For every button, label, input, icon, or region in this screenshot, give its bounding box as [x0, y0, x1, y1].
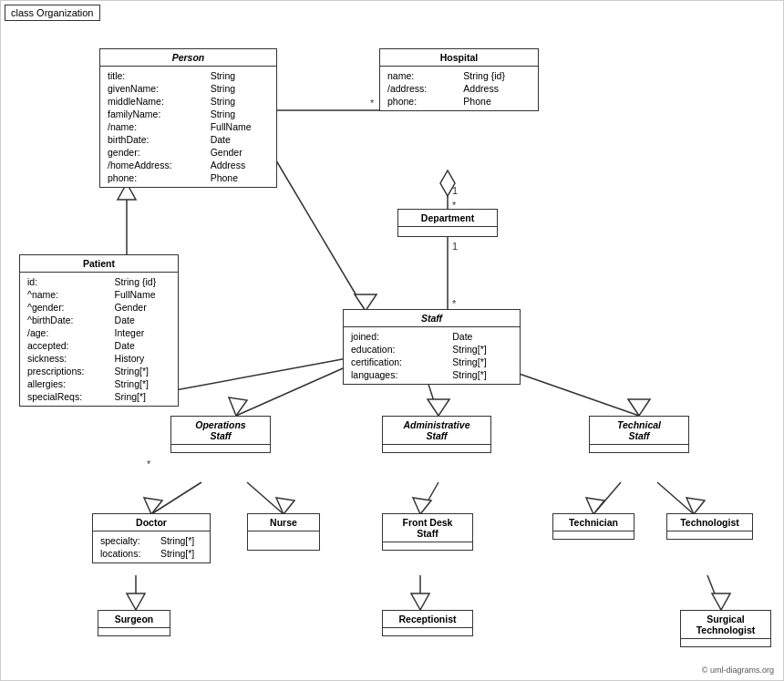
administrative-staff-body	[383, 445, 490, 452]
surgeon-class: Surgeon	[98, 610, 170, 636]
copyright: © uml-diagrams.org	[702, 666, 774, 675]
svg-marker-15	[229, 397, 247, 416]
svg-line-12	[265, 142, 366, 311]
nurse-class: Nurse	[247, 513, 320, 551]
staff-body: joined:Date education:String[*] certific…	[344, 327, 520, 384]
front-desk-staff-header: Front DeskStaff	[383, 514, 472, 542]
svg-text:1: 1	[452, 241, 458, 252]
nurse-header: Nurse	[248, 514, 319, 531]
svg-line-20	[151, 482, 201, 514]
department-header: Department	[398, 210, 497, 227]
svg-text:*: *	[370, 98, 375, 108]
svg-marker-21	[144, 498, 162, 514]
diagram-title: class Organization	[5, 5, 100, 21]
patient-body: id:String {id} ^name:FullName ^gender:Ge…	[20, 273, 178, 406]
svg-line-28	[657, 482, 694, 514]
person-header: Person	[100, 49, 276, 67]
technologist-class: Technologist	[666, 513, 753, 540]
patient-header: Patient	[20, 255, 178, 273]
technologist-header: Technologist	[667, 514, 752, 531]
svg-marker-19	[628, 399, 650, 416]
surgical-technologist-class: SurgicalTechnologist	[680, 610, 771, 647]
receptionist-class: Receptionist	[382, 610, 473, 636]
technologist-body	[667, 531, 752, 539]
operations-staff-body	[171, 445, 270, 452]
hospital-body: name:String {id} /address:Address phone:…	[380, 67, 538, 110]
technician-body	[553, 531, 634, 539]
svg-line-24	[420, 482, 438, 514]
receptionist-header: Receptionist	[383, 611, 472, 628]
person-body: title:String givenName:String middleName…	[100, 67, 276, 187]
administrative-staff-class: AdministrativeStaff	[382, 416, 491, 453]
staff-header: Staff	[344, 310, 520, 327]
nurse-body	[248, 531, 319, 550]
operations-staff-header: OperationsStaff	[171, 417, 270, 445]
svg-line-22	[247, 482, 284, 514]
surgeon-header: Surgeon	[98, 611, 170, 628]
surgical-technologist-header: SurgicalTechnologist	[681, 611, 770, 639]
patient-class: Patient id:String {id} ^name:FullName ^g…	[19, 254, 179, 407]
front-desk-staff-body	[383, 542, 472, 550]
svg-marker-17	[428, 399, 449, 416]
hospital-header: Hospital	[380, 49, 538, 67]
technician-header: Technician	[553, 514, 634, 531]
svg-marker-25	[413, 498, 431, 514]
technical-staff-class: TechnicalStaff	[589, 416, 689, 453]
front-desk-staff-class: Front DeskStaff	[382, 513, 473, 551]
administrative-staff-header: AdministrativeStaff	[383, 417, 490, 445]
hospital-class: Hospital name:String {id} /address:Addre…	[379, 48, 539, 111]
doctor-body: specialty:String[*] locations:String[*]	[93, 531, 210, 562]
staff-class: Staff joined:Date education:String[*] ce…	[343, 309, 521, 385]
svg-marker-35	[712, 593, 730, 610]
svg-line-34	[707, 575, 721, 610]
department-class: Department	[397, 209, 498, 237]
svg-marker-29	[686, 498, 705, 514]
surgeon-body	[98, 628, 170, 635]
svg-marker-31	[127, 593, 145, 610]
doctor-class: Doctor specialty:String[*] locations:Str…	[92, 513, 211, 563]
svg-marker-4	[440, 170, 455, 196]
technical-staff-body	[590, 445, 688, 452]
svg-text:1: 1	[452, 185, 458, 196]
department-body	[398, 227, 497, 236]
doctor-header: Doctor	[93, 514, 210, 531]
svg-text:*: *	[147, 459, 151, 469]
technical-staff-header: TechnicalStaff	[590, 417, 688, 445]
surgical-technologist-body	[681, 639, 770, 646]
technician-class: Technician	[552, 513, 634, 540]
svg-marker-23	[276, 498, 294, 514]
person-class: Person title:String givenName:String mid…	[99, 48, 277, 188]
svg-marker-33	[411, 593, 429, 610]
svg-text:*: *	[452, 298, 457, 309]
receptionist-body	[383, 628, 472, 635]
svg-line-36	[160, 358, 347, 393]
diagram-container: class Organization * * 1 * 1 *	[0, 0, 784, 681]
svg-line-26	[593, 482, 621, 514]
operations-staff-class: OperationsStaff	[170, 416, 271, 453]
svg-marker-27	[586, 498, 604, 514]
